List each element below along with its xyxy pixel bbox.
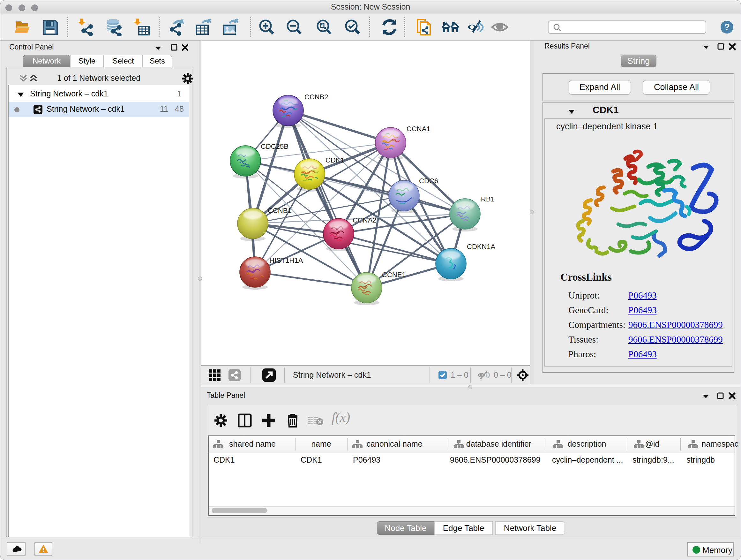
svg-text:HIST1H1A: HIST1H1A [269,256,303,264]
svg-text:CDC6: CDC6 [419,177,438,185]
svg-text:CDK1: CDK1 [326,156,344,164]
svg-text:CCNA1: CCNA1 [407,125,430,133]
svg-text:CCNB1: CCNB1 [268,206,292,214]
svg-text:CCNB2: CCNB2 [305,93,328,101]
svg-text:CCNE1: CCNE1 [382,271,406,279]
svg-text:RB1: RB1 [481,195,495,203]
svg-text:CDKN1A: CDKN1A [467,243,495,251]
svg-text:CCNA2: CCNA2 [353,216,377,224]
svg-text:CDC25B: CDC25B [261,142,288,150]
